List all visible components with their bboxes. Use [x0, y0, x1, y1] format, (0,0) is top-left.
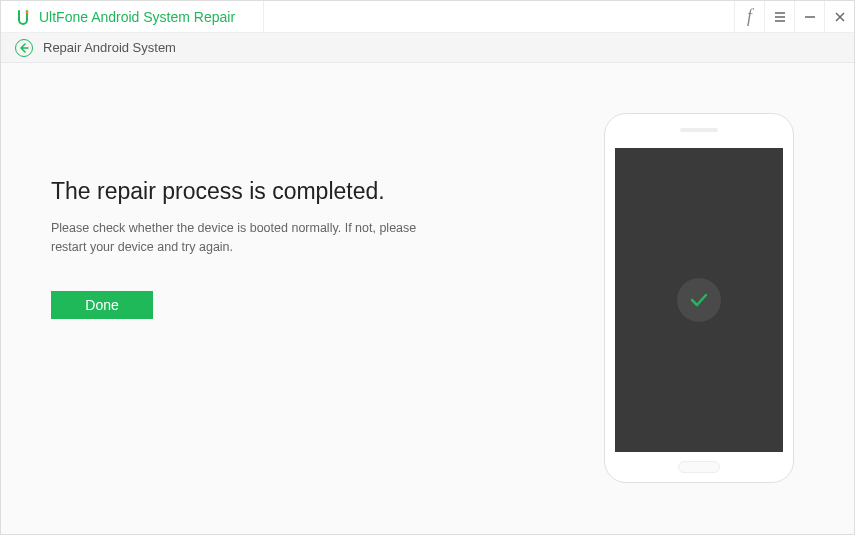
svg-point-0	[26, 10, 29, 13]
left-column: The repair process is completed. Please …	[51, 113, 534, 504]
titlebar: UltFone Android System Repair f	[1, 1, 854, 33]
close-button[interactable]	[824, 1, 854, 32]
titlebar-left: UltFone Android System Repair	[1, 1, 264, 32]
main-content: The repair process is completed. Please …	[1, 63, 854, 534]
phone-mockup	[604, 113, 794, 483]
app-logo-icon	[15, 9, 31, 25]
menu-icon[interactable]	[764, 1, 794, 32]
breadcrumb-text: Repair Android System	[43, 40, 176, 55]
titlebar-right: f	[734, 1, 854, 32]
page-subtext: Please check whether the device is boote…	[51, 219, 451, 257]
titlebar-divider	[263, 1, 264, 32]
phone-screen	[615, 148, 783, 452]
phone-home-button	[678, 461, 720, 473]
check-circle	[677, 278, 721, 322]
page-heading: The repair process is completed.	[51, 178, 534, 205]
right-column	[594, 113, 804, 504]
breadcrumb-bar: Repair Android System	[1, 33, 854, 63]
facebook-icon[interactable]: f	[734, 1, 764, 32]
app-title: UltFone Android System Repair	[39, 9, 235, 25]
minimize-button[interactable]	[794, 1, 824, 32]
phone-speaker	[680, 128, 718, 132]
back-button[interactable]	[15, 39, 33, 57]
done-button[interactable]: Done	[51, 291, 153, 319]
app-window: UltFone Android System Repair f	[0, 0, 855, 535]
checkmark-icon	[687, 288, 711, 312]
